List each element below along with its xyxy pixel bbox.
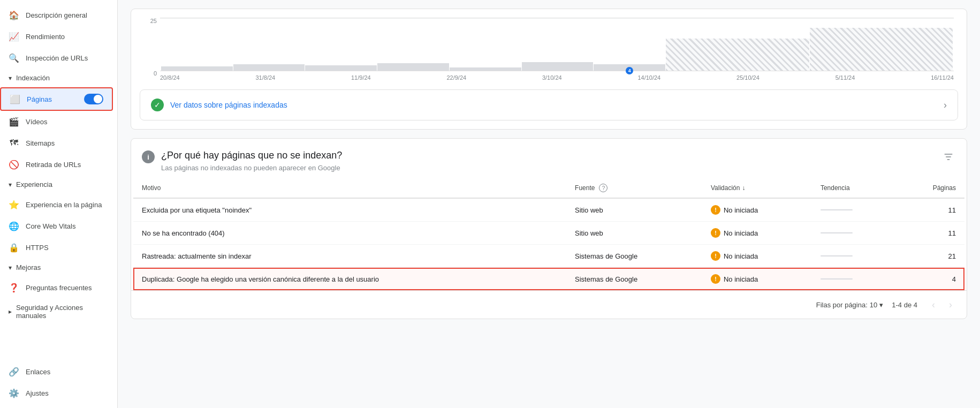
- th-validacion[interactable]: Validación ↓: [702, 178, 812, 198]
- sidebar-item-descripcion-general-label: Descripción general: [26, 11, 104, 19]
- sidebar-item-inspeccion-urls-label: Inspección de URLs: [26, 54, 104, 62]
- not-indexed-card: i ¿Por qué hay páginas que no se indexan…: [131, 138, 967, 319]
- rows-per-page-select[interactable]: 10 ▾: [870, 301, 883, 309]
- trend-line-icon: [821, 209, 853, 210]
- table-row[interactable]: Rastreada: actualmente sin indexar Siste…: [133, 245, 964, 268]
- sidebar-item-experiencia-pagina[interactable]: ⭐ Experiencia en la página: [0, 194, 113, 215]
- chevron-down-icon: ▾: [9, 74, 12, 82]
- page-icon: ⬜: [10, 94, 20, 104]
- section-experiencia-label: Experiencia: [16, 180, 52, 188]
- sidebar-item-ajustes-label: Ajustes: [26, 389, 104, 397]
- bar-group-7: 4: [594, 18, 665, 71]
- bar-group-5: [450, 18, 521, 71]
- indexed-pages-link[interactable]: ✓ Ver datos sobre páginas indexadas ›: [140, 89, 958, 120]
- home-icon: 🏠: [9, 10, 19, 20]
- sidebar-item-sitemaps-label: Sitemaps: [26, 139, 104, 147]
- trend-line-icon-2: [821, 232, 853, 233]
- remove-icon: 🚫: [9, 159, 19, 170]
- sidebar-item-videos[interactable]: 🎬 Vídeos: [0, 111, 113, 132]
- search-icon: 🔍: [9, 52, 19, 63]
- table-row[interactable]: Excluida por una etiqueta "noindex" Siti…: [133, 198, 964, 222]
- chart-x-label-7: 25/10/24: [736, 74, 759, 81]
- chevron-right-icon: ›: [944, 100, 947, 111]
- row4-fuente: Sistemas de Google: [566, 268, 702, 291]
- rows-per-page-label: Filas por página:: [816, 301, 868, 309]
- pagination-prev-button[interactable]: ‹: [926, 297, 941, 312]
- th-paginas: Páginas: [896, 178, 964, 198]
- indexed-link-text: Ver datos sobre páginas indexadas: [170, 101, 937, 109]
- section-seguridad-label: Seguridad y Acciones manuales: [16, 304, 109, 320]
- section-title-group: ¿Por qué hay páginas que no se indexan? …: [161, 149, 342, 172]
- sidebar-item-preguntas-frecuentes-label: Preguntas frecuentes: [26, 284, 104, 292]
- bar-group-4: [377, 18, 449, 71]
- info-icon: i: [142, 150, 155, 163]
- not-indexed-table: Motivo Fuente ? Validación ↓: [133, 178, 964, 290]
- chevron-down-icon-3: ▾: [9, 264, 12, 271]
- sidebar-item-ajustes[interactable]: ⚙️ Ajustes: [0, 382, 113, 404]
- sidebar-item-videos-label: Vídeos: [26, 118, 104, 126]
- bar-group-2: [233, 18, 305, 71]
- row1-fuente: Sitio web: [566, 198, 702, 222]
- th-motivo: Motivo: [133, 178, 566, 198]
- warning-icon-3: !: [711, 251, 720, 261]
- sidebar-item-https[interactable]: 🔒 HTTPS: [0, 237, 113, 258]
- row3-fuente: Sistemas de Google: [566, 245, 702, 268]
- main-content: 25 0: [118, 0, 980, 408]
- bar-group-8: [666, 18, 809, 71]
- row1-paginas: 11: [896, 198, 964, 222]
- sidebar-item-paginas-label: Páginas: [27, 95, 78, 103]
- pages-toggle[interactable]: [84, 94, 103, 104]
- sidebar-item-inspeccion-urls[interactable]: 🔍 Inspección de URLs: [0, 47, 113, 69]
- trend-line-icon-4: [821, 278, 853, 279]
- links-icon: 🔗: [9, 366, 19, 377]
- bar-group-1: [161, 18, 233, 71]
- chevron-down-icon-2: ▾: [9, 181, 12, 188]
- sidebar-item-preguntas-frecuentes[interactable]: ❓ Preguntas frecuentes: [0, 277, 113, 298]
- video-icon: 🎬: [9, 116, 19, 127]
- sidebar-item-sitemaps[interactable]: 🗺 Sitemaps: [0, 132, 113, 154]
- sidebar-item-core-web-vitals-label: Core Web Vitals: [26, 222, 104, 230]
- rows-per-page-group: Filas por página: 10 ▾: [816, 301, 884, 309]
- lock-icon: 🔒: [9, 242, 19, 253]
- web-icon: 🌐: [9, 221, 19, 231]
- rows-dropdown-icon: ▾: [879, 301, 883, 309]
- chart-x-label-4: 22/9/24: [446, 74, 466, 81]
- sidebar-item-retirada-urls-label: Retirada de URLs: [26, 161, 104, 169]
- section-mejoras-header[interactable]: ▾ Mejoras: [0, 258, 117, 277]
- sidebar-item-retirada-urls[interactable]: 🚫 Retirada de URLs: [0, 154, 113, 175]
- sort-down-icon: ↓: [742, 184, 745, 192]
- row3-motivo: Rastreada: actualmente sin indexar: [133, 245, 566, 268]
- row4-motivo: Duplicada: Google ha elegido una versión…: [133, 268, 566, 291]
- bar-group-3: [305, 18, 377, 71]
- sidebar-item-https-label: HTTPS: [26, 244, 104, 252]
- section-experiencia-header[interactable]: ▾ Experiencia: [0, 175, 117, 194]
- chart-dot: 4: [626, 67, 633, 74]
- warning-icon-4: !: [711, 274, 720, 284]
- table-container: Motivo Fuente ? Validación ↓: [131, 178, 967, 290]
- pagination-next-button[interactable]: ›: [943, 297, 958, 312]
- pagination-nav: ‹ ›: [926, 297, 958, 312]
- chart-x-label-1: 20/8/24: [160, 74, 180, 81]
- sidebar-item-enlaces[interactable]: 🔗 Enlaces: [0, 361, 113, 382]
- chart-x-label-9: 16/11/24: [931, 74, 954, 81]
- sidebar-item-paginas[interactable]: ⬜ Páginas: [0, 87, 113, 111]
- trend-line-icon-3: [821, 255, 853, 256]
- section-indexacion-header[interactable]: ▾ Indexación: [0, 69, 117, 87]
- warning-icon: !: [711, 205, 720, 215]
- chart-x-label-3: 11/9/24: [351, 74, 371, 81]
- chart-x-label-5: 3/10/24: [542, 74, 562, 81]
- rows-per-page-value: 10: [870, 301, 877, 309]
- section-seguridad-header[interactable]: ▸ Seguridad y Acciones manuales: [0, 298, 117, 325]
- sidebar-item-rendimiento[interactable]: 📈 Rendimiento: [0, 26, 113, 47]
- section-mejoras-label: Mejoras: [16, 263, 41, 271]
- row1-validacion: ! No iniciada: [702, 198, 812, 222]
- filter-icon[interactable]: [941, 149, 956, 167]
- sidebar-item-core-web-vitals[interactable]: 🌐 Core Web Vitals: [0, 215, 113, 237]
- table-row-highlighted[interactable]: Duplicada: Google ha elegido una versión…: [133, 268, 964, 291]
- fuente-help-icon[interactable]: ?: [599, 184, 607, 192]
- sidebar-item-rendimiento-label: Rendimiento: [26, 33, 104, 41]
- table-row[interactable]: No se ha encontrado (404) Sitio web ! No…: [133, 222, 964, 245]
- sidebar-item-descripcion-general[interactable]: 🏠 Descripción general: [0, 4, 113, 26]
- sitemap-icon: 🗺: [9, 138, 19, 148]
- warning-icon-2: !: [711, 228, 720, 238]
